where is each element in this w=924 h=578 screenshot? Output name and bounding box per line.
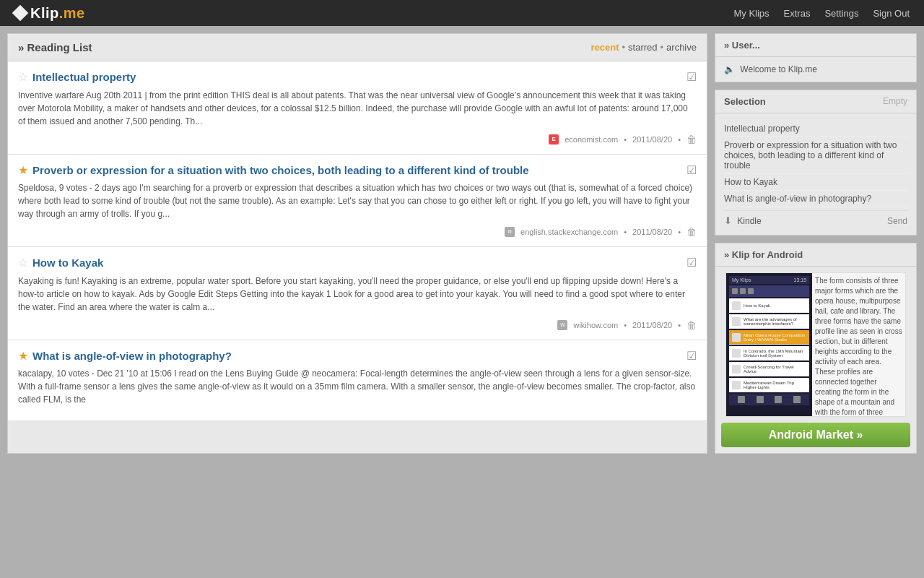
kindle-label: ⬇ Kindle [724, 215, 762, 226]
source-date-2: 2011/08/20 [632, 228, 672, 236]
android-description-text: The form consists of three major forms w… [812, 273, 905, 416]
checkbox-icon-3[interactable]: ☑ [687, 256, 697, 269]
filter-recent[interactable]: recent [590, 42, 619, 53]
filter-archive[interactable]: archive [666, 42, 697, 53]
article-card-2: ★ Proverb or expression for a situation … [8, 155, 707, 248]
logo[interactable]: Klip.me [14, 5, 85, 22]
article-excerpt-3: Kayaking is fun! Kayaking is an extreme,… [18, 275, 697, 314]
logo-text: Klip.me [30, 5, 85, 22]
phone-item-icon-1 [732, 301, 741, 310]
selection-empty-label: Empty [883, 96, 907, 107]
selection-item-2[interactable]: Proverb or expression for a situation wi… [724, 137, 907, 174]
star-icon-1[interactable]: ☆ [18, 70, 28, 84]
selection-item-3[interactable]: How to Kayak [724, 174, 907, 191]
selection-item-1[interactable]: Intellectual property [724, 121, 907, 137]
checkbox-icon-2[interactable]: ☑ [687, 163, 697, 177]
phone-item-icon-6 [732, 381, 741, 389]
article-title-3[interactable]: How to Kayak [32, 256, 103, 270]
article-footer-3: W wikihow.com • 2011/08/20 • 🗑 [18, 319, 697, 331]
main-layout: » Reading List recent • starred • archiv… [0, 26, 924, 461]
user-box: User... 🔈 Welcome to Klip.me [715, 33, 917, 82]
source-bullet-1: • [624, 135, 627, 144]
reading-list-header: » Reading List recent • starred • archiv… [8, 34, 707, 61]
nav-extras[interactable]: Extras [784, 8, 811, 19]
checkbox-icon-4[interactable]: ☑ [687, 349, 697, 363]
filter-bullet-2: • [661, 42, 664, 53]
phone-list-item-4: In Colorado, the 19th Mountain Division … [729, 346, 809, 361]
delete-icon-3[interactable]: 🗑 [687, 319, 697, 331]
top-navigation: Klip.me My Klips Extras Settings Sign Ou… [0, 0, 924, 26]
phone-footer-icon-3 [775, 396, 782, 403]
article-footer-1: E economist.com • 2011/08/20 • 🗑 [18, 134, 697, 145]
star-icon-4[interactable]: ★ [18, 349, 28, 363]
article-card-1: ☆ Intellectual property ☑ Inventive warf… [8, 61, 707, 155]
phone-list-item-2: What are the advantages of stereomorphic… [729, 314, 809, 329]
phone-footer-icon-2 [757, 396, 764, 403]
android-phone-mockup: My Klips 13:15 How to Kayak [726, 273, 812, 416]
star-icon-2[interactable]: ★ [18, 163, 28, 177]
article-title-1[interactable]: Intellectual property [32, 70, 136, 85]
android-box: Klip for Android My Klips 13:15 [715, 243, 917, 454]
source-name-2: english.stackexchange.com [520, 228, 618, 236]
article-title-row-2: ★ Proverb or expression for a situation … [18, 163, 681, 178]
nav-my-klips[interactable]: My Klips [733, 8, 769, 19]
filter-tabs: recent • starred • archive [590, 42, 697, 53]
nav-settings[interactable]: Settings [824, 8, 858, 19]
phone-list-item-5: Crowd-Sourcing for Travel Advice [729, 362, 809, 376]
logo-diamond-icon [12, 5, 29, 22]
article-card-3: ☆ How to Kayak ☑ Kayaking is fun! Kayaki… [8, 247, 707, 340]
phone-list-item-6: Mediterranean Dream Trip Higher-Lights [729, 378, 809, 392]
article-header-2: ★ Proverb or expression for a situation … [18, 163, 697, 178]
source-bullet2-3: • [678, 321, 681, 329]
source-icon-3: W [557, 320, 567, 330]
phone-item-icon-3 [732, 333, 741, 342]
phone-item-icon-5 [732, 365, 741, 374]
checkbox-icon-1[interactable]: ☑ [687, 70, 697, 84]
source-bullet-3: • [624, 321, 627, 329]
phone-footer-icon-1 [738, 396, 745, 403]
delete-icon-2[interactable]: 🗑 [687, 226, 697, 238]
phone-list-item-3: Milan Opera House Competition Entry / WA… [729, 330, 809, 345]
phone-toolbar-icon-3 [748, 288, 754, 294]
phone-footer-bar [729, 394, 809, 405]
article-title-4[interactable]: What is angle-of-view in photography? [32, 349, 232, 363]
article-excerpt-2: Speldosa, 9 votes - 2 days ago I'm searc… [18, 181, 697, 220]
source-icon-2: ⚙ [505, 227, 515, 237]
android-box-header: Klip for Android [715, 243, 916, 267]
android-market-button[interactable]: Android Market » [721, 423, 910, 447]
phone-toolbar-icon-2 [740, 288, 746, 294]
nav-sign-out[interactable]: Sign Out [873, 8, 910, 19]
phone-footer-icon-4 [793, 396, 801, 403]
source-name-3: wikihow.com [573, 321, 618, 329]
filter-starred[interactable]: starred [628, 42, 657, 53]
source-bullet2-2: • [678, 228, 681, 236]
phone-item-icon-2 [732, 317, 741, 326]
source-date-1: 2011/08/20 [632, 135, 672, 144]
article-title-row-1: ☆ Intellectual property [18, 70, 681, 85]
source-bullet-2: • [624, 228, 627, 236]
source-name-1: economist.com [565, 135, 618, 144]
user-box-header: User... [715, 34, 916, 57]
selection-item-4[interactable]: What is angle-of-view in photography? [724, 191, 907, 207]
article-title-2[interactable]: Proverb or expression for a situation wi… [32, 163, 529, 178]
delete-icon-1[interactable]: 🗑 [687, 134, 697, 145]
phone-toolbar [729, 285, 809, 297]
star-icon-3[interactable]: ☆ [18, 256, 28, 269]
send-button[interactable]: Send [887, 216, 907, 226]
nav-links: My Klips Extras Settings Sign Out [733, 8, 910, 19]
selection-box-header: Selection Empty [715, 90, 916, 113]
article-title-row-4: ★ What is angle-of-view in photography? [18, 349, 681, 363]
source-icon-1: E [549, 134, 559, 144]
source-date-3: 2011/08/20 [632, 321, 672, 329]
right-panel: User... 🔈 Welcome to Klip.me Selection E… [715, 33, 917, 454]
android-content: My Klips 13:15 How to Kayak [715, 267, 916, 453]
phone-toolbar-icon-1 [732, 288, 738, 294]
article-title-row-3: ☆ How to Kayak [18, 256, 681, 270]
article-footer-2: ⚙ english.stackexchange.com • 2011/08/20… [18, 226, 697, 238]
download-icon: ⬇ [724, 215, 732, 226]
user-box-content: 🔈 Welcome to Klip.me [715, 57, 916, 82]
selection-box-content: Intellectual property Proverb or express… [715, 113, 916, 235]
phone-item-icon-4 [732, 349, 741, 358]
phone-list-item-1: How to Kayak [729, 298, 809, 313]
article-header-4: ★ What is angle-of-view in photography? … [18, 349, 697, 363]
